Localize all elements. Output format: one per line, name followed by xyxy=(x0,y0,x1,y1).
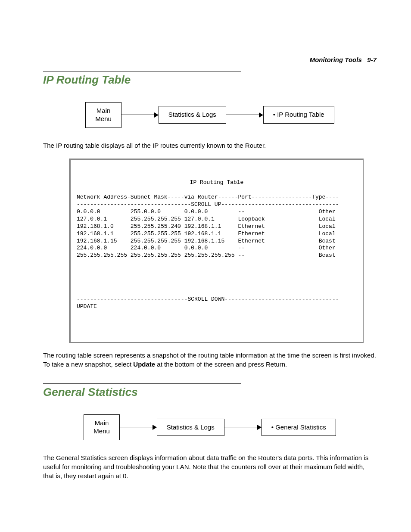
arrow-right-icon xyxy=(226,112,263,118)
nav-label: Menu xyxy=(95,115,112,122)
section-title-ip-routing: IP Routing Table xyxy=(43,71,241,87)
arrow-right-icon xyxy=(224,425,262,430)
terminal-scroll-up: ----------------------------------SCROLL… xyxy=(77,201,357,208)
nav-stats-logs: Statistics & Logs xyxy=(159,106,226,124)
arrow-right-icon xyxy=(120,425,157,430)
terminal-title: IP Routing Table xyxy=(77,179,357,187)
nav-label: Menu xyxy=(93,427,110,435)
outro-bold: Update xyxy=(133,361,155,368)
intro-text-2: The General Statistics screen displays i… xyxy=(43,453,377,480)
page-header: Monitoring Tools 9-7 xyxy=(43,56,377,63)
outro-text-1: The routing table screen represents a sn… xyxy=(43,351,377,369)
nav-general-statistics: • General Statistics xyxy=(262,419,336,436)
arrow-right-icon xyxy=(121,112,159,118)
breadcrumb-nav-2: Main Menu Statistics & Logs • General St… xyxy=(43,414,377,440)
section-title-general-stats: General Statistics xyxy=(43,383,241,399)
page-number: 9-7 xyxy=(367,56,377,63)
outro-post: at the bottom of the screen and press Re… xyxy=(155,361,287,368)
terminal-screen: IP Routing Table Network Address-Subnet … xyxy=(69,159,364,343)
terminal-rows: 0.0.0.0 255.0.0.0 0.0.0.0 -- Other 127.0… xyxy=(77,208,357,259)
nav-label: Main xyxy=(95,419,109,426)
nav-ip-routing-table: • IP Routing Table xyxy=(263,106,334,124)
intro-text-1: The IP routing table displays all of the… xyxy=(43,141,377,150)
terminal-update: UPDATE xyxy=(77,303,357,311)
terminal-scroll-down: ---------------------------------SCROLL … xyxy=(77,296,357,303)
breadcrumb-nav-1: Main Menu Statistics & Logs • IP Routing… xyxy=(43,102,377,128)
nav-main-menu: Main Menu xyxy=(85,102,121,128)
terminal-header-row: Network Address-Subnet Mask-----via Rout… xyxy=(77,194,357,201)
nav-stats-logs: Statistics & Logs xyxy=(157,419,224,436)
chapter-name: Monitoring Tools xyxy=(310,56,362,63)
nav-label: Main xyxy=(97,107,111,114)
nav-main-menu: Main Menu xyxy=(84,414,120,440)
